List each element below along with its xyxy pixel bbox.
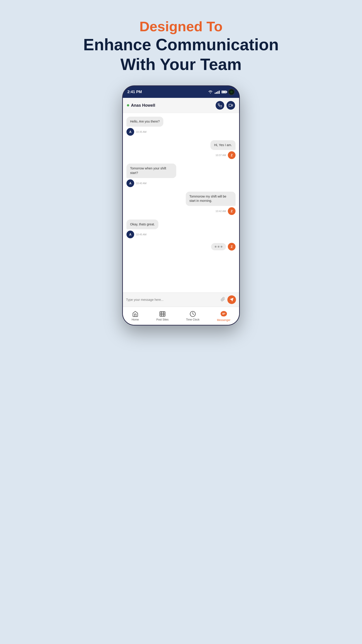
send-icon (230, 298, 234, 302)
attach-icon[interactable] (221, 297, 225, 303)
avatar: Z (228, 243, 235, 250)
hero-line1: Designed To (83, 18, 279, 35)
typing-indicator-row: Z (127, 243, 235, 250)
video-icon (229, 103, 233, 107)
message-meta: A 10:45 AM (127, 230, 146, 238)
message-bubble: Tommorow my shift will be start in morni… (186, 192, 235, 206)
video-call-button[interactable] (226, 101, 235, 110)
message-bubble: Hi, Yes I am. (210, 140, 235, 150)
avatar: A (127, 180, 134, 187)
message-row: Hi, Yes I am. Z 10:37 AM (127, 140, 235, 159)
contact-name: Anas Howell (131, 103, 155, 108)
camera-icon (228, 89, 235, 95)
message-meta: Z 10:37 AM (216, 151, 235, 159)
wifi-icon (208, 90, 213, 94)
status-time: 2:41 PM (127, 90, 142, 94)
typing-dots (211, 243, 226, 250)
time-clock-icon (189, 311, 196, 317)
avatar: A (127, 128, 134, 136)
message-time: 10:40 AM (136, 182, 146, 184)
svg-marker-1 (231, 104, 233, 106)
svg-marker-3 (230, 298, 233, 302)
nav-item-home[interactable]: Home (132, 311, 139, 321)
message-time: 10:37 AM (216, 154, 226, 156)
call-button[interactable] (216, 101, 224, 110)
avatar: Z (228, 207, 235, 215)
message-bubble: Hello, Are you there? (127, 117, 163, 127)
message-time: 10:35 AM (136, 130, 146, 133)
battery-icon (221, 90, 226, 93)
message-bubble: Tomorrow when your shift start? (127, 164, 176, 178)
message-row: Tommorow my shift will be start in morni… (127, 192, 235, 215)
avatar: A (127, 230, 134, 238)
chat-header: Anas Howell (123, 98, 239, 113)
chat-messages: Hello, Are you there? A 10:35 AM Hi, Yes… (123, 113, 239, 292)
message-time: 10:45 AM (136, 233, 146, 236)
nav-item-post-sites[interactable]: Post Sites (156, 311, 169, 321)
nav-item-time-clock[interactable]: Time Clock (186, 311, 199, 321)
nav-label-time-clock: Time Clock (186, 318, 199, 321)
phone-screen: Anas Howell Hello, Ar (123, 98, 239, 325)
message-input[interactable] (126, 298, 218, 302)
chat-header-left: Anas Howell (127, 103, 155, 108)
status-icons (208, 89, 235, 95)
hero-line3: With Your Team (83, 54, 279, 74)
message-row: Hello, Are you there? A 10:35 AM (127, 117, 235, 136)
svg-rect-0 (229, 104, 231, 107)
status-bar: 2:41 PM (123, 86, 239, 98)
home-icon (132, 311, 139, 317)
nav-label-home: Home (132, 318, 139, 321)
chat-input-area (123, 292, 239, 307)
message-meta: A 10:35 AM (127, 128, 146, 136)
send-button[interactable] (227, 296, 236, 304)
message-bubble: Okay, thats great. (127, 220, 158, 230)
post-sites-icon (159, 311, 166, 317)
message-time: 10:42 AM (216, 210, 226, 212)
nav-label-messenger: Messenger (217, 318, 230, 322)
message-row: Tomorrow when your shift start? A 10:40 … (127, 164, 235, 187)
nav-label-post-sites: Post Sites (156, 318, 169, 321)
message-row: Okay, thats great. A 10:45 AM (127, 220, 235, 238)
phone-device: 2:41 PM (122, 86, 240, 326)
svg-rect-4 (160, 312, 165, 316)
nav-item-messenger[interactable]: Messenger (217, 310, 230, 322)
signal-icon (215, 90, 220, 94)
chat-actions (216, 101, 235, 110)
hero-line2: Enhance Communication (83, 35, 279, 54)
phone-icon (218, 103, 222, 107)
hero-section: Designed To Enhance Communication With Y… (83, 18, 279, 74)
bottom-nav: Home Post Sites Time Clock (123, 307, 239, 325)
message-meta: Z 10:42 AM (216, 207, 235, 215)
message-meta: A 10:40 AM (127, 180, 146, 187)
online-indicator (127, 104, 129, 106)
messenger-icon (220, 310, 227, 318)
avatar: Z (228, 151, 235, 159)
